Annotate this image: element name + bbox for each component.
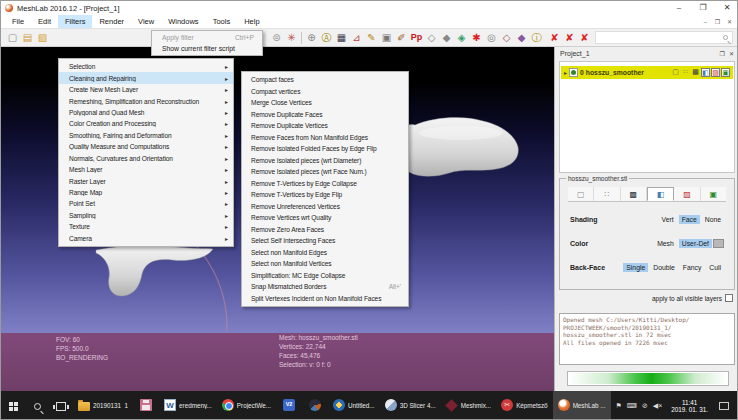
submenu-item-remove-isolated-folded-faces-by-edge-flip[interactable]: Remove Isolated Folded Faces by Edge Fli… [242, 143, 408, 155]
submenu-item-remove-duplicate-faces[interactable]: Remove Duplicate Faces [242, 109, 408, 121]
delete-mesh-icon[interactable]: ✘ [547, 30, 562, 45]
texture-icon[interactable]: ▣ [721, 68, 730, 77]
select-faces-icon[interactable]: ◆ [439, 30, 454, 45]
new-project-icon[interactable]: ▢ [5, 30, 20, 45]
menu-item-create-new-mesh-layer[interactable]: Create New Mesh Layer▸ [59, 84, 233, 95]
submenu-item-compact-faces[interactable]: Compact faces [242, 74, 408, 86]
import-mesh-icon[interactable]: ▧ [35, 30, 50, 45]
taskbar-app-word[interactable]: eredmeny... [159, 391, 217, 420]
colorize-mesh-icon[interactable]: ◈ [454, 30, 469, 45]
points-tab-icon[interactable]: ∷ [594, 187, 620, 201]
option-face[interactable]: Face [679, 215, 700, 224]
lasso-icon[interactable]: ✎ [364, 30, 379, 45]
smooth-tab-icon[interactable]: ◧ [647, 187, 674, 201]
taskbar-app-swirl[interactable] [302, 391, 328, 420]
pick-points-icon[interactable]: ◆ [514, 30, 529, 45]
float-panel-icon[interactable]: ❐ [720, 50, 725, 57]
flat-tab-icon[interactable]: ▨ [674, 187, 700, 201]
taskbar-app-snip[interactable]: Képmetsző [496, 391, 553, 420]
menu-item-camera[interactable]: Camera▸ [59, 233, 233, 244]
option-fancy[interactable]: Fancy [680, 263, 705, 272]
measure-icon[interactable]: ◇ [499, 30, 514, 45]
menu-edit[interactable]: Edit [31, 15, 58, 28]
delete-raster-icon[interactable]: ✘ [562, 30, 577, 45]
texture-view-icon[interactable]: ▦ [334, 30, 349, 45]
delete-all-icon[interactable]: ✘ [577, 30, 592, 45]
axes-icon[interactable]: ⊿ [349, 30, 364, 45]
option-cull[interactable]: Cull [706, 263, 724, 272]
snapshot-icon[interactable]: ▣ [379, 30, 394, 45]
submenu-item-remove-isolated-pieces-wrt-diameter[interactable]: Remove Isolated pieces (wrt Diameter) [242, 155, 408, 167]
pp-icon[interactable]: Pp [409, 30, 424, 45]
option-user-def[interactable]: User-Def [679, 239, 712, 248]
taskbar-app-slicer[interactable]: 3D Slicer 4... [380, 391, 441, 420]
wireframe-tab-icon[interactable]: ▩ [621, 187, 647, 201]
menu-item-point-set[interactable]: Point Set▸ [59, 198, 233, 209]
visibility-eye-icon[interactable] [569, 68, 578, 77]
bbox-icon[interactable]: ▢ [671, 68, 680, 77]
close-button[interactable]: ✕ [715, 1, 738, 14]
submenu-item-remove-zero-area-faces[interactable]: Remove Zero Area Faces [242, 224, 408, 236]
submenu-item-snap-mismatched-borders[interactable]: Snap Mismatched BordersAlt+' [242, 281, 408, 293]
open-project-icon[interactable]: ▤ [20, 30, 35, 45]
submenu-item-simplification-mc-edge-collapse[interactable]: Simplification: MC Edge Collapse [242, 270, 408, 282]
mdi-restore-button[interactable]: ❐ [713, 18, 722, 25]
menu-filters[interactable]: Filters [58, 15, 92, 28]
smooth-shading-icon[interactable]: ◧ [701, 68, 710, 77]
user-color-swatch[interactable] [713, 239, 724, 248]
option-vert[interactable]: Vert [659, 215, 677, 224]
taskbar-app-meshlab[interactable]: MeshLab ... [553, 391, 611, 420]
warning-flag-icon[interactable]: ⚑ [615, 402, 621, 410]
menu-item-show-current-filter-script[interactable]: Show current filter script [152, 43, 262, 54]
close-panel-icon[interactable]: ✕ [729, 50, 734, 57]
info-icon[interactable]: ⓘ [529, 30, 544, 45]
menu-item-color-creation-and-processing[interactable]: Color Creation and Processing▸ [59, 118, 233, 129]
submenu-item-select-non-manifold-vertices[interactable]: Select non Manifold Vertices [242, 258, 408, 270]
bbox-tab-icon[interactable]: ▢ [568, 187, 594, 201]
option-double[interactable]: Double [650, 263, 678, 272]
menu-help[interactable]: Help [237, 15, 266, 28]
network-icon[interactable]: ⊘ [642, 402, 648, 410]
menu-item-selection[interactable]: Selection▸ [59, 61, 233, 72]
submenu-item-remove-t-vertices-by-edge-collapse[interactable]: Remove T-Vertices by Edge Collapse [242, 178, 408, 190]
volume-muted-icon[interactable]: ◀× [653, 402, 662, 410]
trackball-icon[interactable]: ⊕ [304, 30, 319, 45]
menu-item-texture[interactable]: Texture▸ [59, 221, 233, 232]
taskbar-app-meshmixer[interactable]: Meshmix... [441, 391, 496, 420]
menu-item-smoothing-fairing-and-deformation[interactable]: Smoothing, Fairing and Deformation▸ [59, 130, 233, 141]
submenu-item-remove-isolated-pieces-wrt-face-num[interactable]: Remove Isolated pieces (wrt Face Num.) [242, 166, 408, 178]
taskbar-app-chrome[interactable]: ProjectWe... [217, 391, 276, 420]
menu-item-apply-filter[interactable]: Apply filter Ctrl+P [152, 32, 262, 43]
menu-item-raster-layer[interactable]: Raster Layer▸ [59, 175, 233, 186]
expand-arrow-icon[interactable]: ▸ [564, 69, 567, 76]
menu-item-mesh-layer[interactable]: Mesh Layer▸ [59, 164, 233, 175]
submenu-item-select-self-intersecting-faces[interactable]: Select Self Intersecting Faces [242, 235, 408, 247]
taskbar-app-floppy[interactable] [133, 391, 159, 420]
submenu-item-compact-vertices[interactable]: Compact vertices [242, 86, 408, 98]
maximize-button[interactable]: ❐ [691, 1, 715, 14]
menu-item-normals-curvatures-and-orientation[interactable]: Normals, Curvatures and Orientation▸ [59, 153, 233, 164]
submenu-item-split-vertexes-incident-on-non-manifold-faces[interactable]: Split Vertexes Incident on Non Manifold … [242, 293, 408, 305]
start-button[interactable] [1, 391, 25, 420]
menu-item-polygonal-and-quad-mesh[interactable]: Polygonal and Quad Mesh▸ [59, 107, 233, 118]
select-vertices-icon[interactable]: ◇ [424, 30, 439, 45]
menu-view[interactable]: View [131, 15, 161, 28]
taskbar-app-folder[interactable]: 20190131_1 [73, 391, 133, 420]
submenu-item-remove-t-vertices-by-edge-flip[interactable]: Remove T-Vertices by Edge Flip [242, 189, 408, 201]
mdi-close-button[interactable]: ✕ [725, 18, 734, 25]
submenu-item-remove-vertices-wrt-quality[interactable]: Remove Vertices wrt Quality [242, 212, 408, 224]
menu-file[interactable]: File [5, 15, 31, 28]
wireframe-icon[interactable]: ▩ [691, 68, 700, 77]
texture-tab-icon[interactable]: ▣ [701, 187, 726, 201]
menu-render[interactable]: Render [92, 15, 131, 28]
layer-row[interactable]: ▸ 0 hosszu_smoother ▢∷▩◧▨▣ [561, 66, 733, 79]
flat-shading-icon[interactable]: ▨ [711, 68, 720, 77]
option-single[interactable]: Single [623, 263, 648, 272]
taskbar-clock[interactable]: 11:41 2019. 01. 31. [667, 399, 712, 414]
paint-icon[interactable]: ✐ [394, 30, 409, 45]
submenu-item-remove-faces-from-non-manifold-edges[interactable]: Remove Faces from Non Manifold Edges [242, 132, 408, 144]
task-view-button[interactable] [49, 391, 73, 420]
menu-tools[interactable]: Tools [206, 15, 238, 28]
keyboard-icon[interactable]: ⌨ [627, 402, 637, 410]
action-center-icon[interactable] [719, 402, 729, 410]
